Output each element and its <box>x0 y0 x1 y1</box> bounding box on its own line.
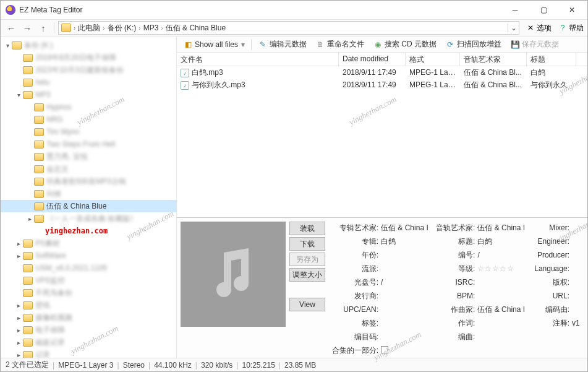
minimize-button[interactable]: ─ <box>501 1 529 19</box>
tree-label: 金志文 <box>46 164 69 175</box>
status-selection: 2 文件已选定 <box>6 360 49 370</box>
edit-metadata-button[interactable]: ✎编辑元数据 <box>254 37 310 51</box>
folder-icon <box>23 264 33 272</box>
tree-row[interactable]: ▸摄像机视频 <box>1 311 176 324</box>
view-button[interactable]: View <box>289 298 325 311</box>
tree-twisty[interactable]: ▸ <box>14 352 23 358</box>
meta-key: 标签: <box>329 318 381 329</box>
tree-row[interactable]: ▸记录 <box>1 348 176 358</box>
folder-icon <box>23 289 33 297</box>
tree-row[interactable]: VPS监控 <box>1 274 176 287</box>
tree-row[interactable]: NRG <box>1 113 176 126</box>
meta-value[interactable]: 伍佰 & China I <box>477 305 532 315</box>
rating-stars[interactable]: ☆☆☆☆☆ <box>477 264 514 273</box>
meta-value[interactable]: ☆☆☆☆☆ <box>477 264 532 273</box>
tree-row[interactable]: Tim Wynn <box>1 126 176 138</box>
crumb-current[interactable]: 伍佰 & China Blue <box>163 23 228 33</box>
meta-row: Producer: <box>532 249 584 261</box>
tree-row[interactable]: 经典老歌500首MP3合辑 <box>1 175 176 188</box>
file-list[interactable]: ♪白鸽.mp32018/9/11 17:49MPEG-1 Lay...伍佰 & … <box>177 66 587 217</box>
search-cd-button[interactable]: ◉搜索 CD 元数据 <box>369 37 440 51</box>
folder-tree[interactable]: ▾备份 (K:)2019年8月20日电子保障2023年10月3日建新组备份het… <box>1 37 177 358</box>
tree-row[interactable]: 2023年10月3日建新组备份 <box>1 64 176 76</box>
tree-row[interactable]: ▸《一人一首成名曲 收藏版》 <box>1 212 176 225</box>
col-date[interactable]: Date modified <box>339 53 406 66</box>
replaygain-button[interactable]: ⟳扫描回放增益 <box>441 37 505 51</box>
col-format[interactable]: 格式 <box>406 53 460 66</box>
tree-twisty[interactable]: ▾ <box>3 42 12 49</box>
meta-row: 编号:/ <box>435 249 532 261</box>
tree-row[interactable]: Hypnos <box>1 101 176 113</box>
back-button[interactable]: ← <box>4 21 18 35</box>
download-button[interactable]: 下载 <box>289 237 325 251</box>
album-art[interactable] <box>181 222 286 327</box>
load-button[interactable]: 装载 <box>289 222 325 235</box>
rename-button[interactable]: 🗎重命名文件 <box>312 37 368 51</box>
tree-row[interactable]: ▾备份 (K:) <box>1 39 176 51</box>
tree-row[interactable]: 不死鸟备份 <box>1 287 176 299</box>
meta-value[interactable]: 伍佰 & China I <box>381 223 435 233</box>
resize-button[interactable]: 调整大小 <box>289 268 325 282</box>
maximize-button[interactable]: ▢ <box>529 1 558 19</box>
options-link[interactable]: 选项 <box>537 23 552 33</box>
close-button[interactable]: ✕ <box>558 1 586 19</box>
tree-label: 贾乃亮, 安悦 <box>46 152 88 162</box>
meta-value[interactable]: / <box>381 278 435 287</box>
tree-row[interactable]: 贾乃亮, 安悦 <box>1 150 176 163</box>
meta-value[interactable] <box>381 346 435 355</box>
tree-row[interactable]: hetu <box>1 76 176 89</box>
tree-twisty[interactable]: ▸ <box>25 215 34 222</box>
save-metadata-button[interactable]: 💾保存元数据 <box>506 37 563 51</box>
tree-row[interactable]: ▸磁盘记录 <box>1 336 176 348</box>
breadcrumb[interactable]: › 此电脑› 备份 (K:)› MP3› 伍佰 & China Blue ⌄ <box>58 21 519 35</box>
tree-label: 2019年8月20日电子保障 <box>35 53 116 63</box>
crumb-root[interactable]: 此电脑 <box>75 23 103 33</box>
up-button[interactable]: ↑ <box>36 21 50 35</box>
file-row[interactable]: ♪白鸽.mp32018/9/11 17:49MPEG-1 Lay...伍佰 & … <box>177 66 587 79</box>
tree-row[interactable]: yinghezhan.com <box>1 225 176 237</box>
show-all-files-button[interactable]: ◧Show all files▾ <box>179 38 249 51</box>
meta-row: 发行商: <box>329 290 435 302</box>
col-title[interactable]: 标题 <box>527 53 576 66</box>
tree-twisty[interactable]: ▸ <box>14 302 23 309</box>
tree-row[interactable]: ▸SoftWare <box>1 249 176 262</box>
compilation-checkbox[interactable] <box>381 346 388 353</box>
meta-key: BPM: <box>435 292 478 300</box>
tree-label: Two Steps From Hell <box>46 140 115 149</box>
tree-twisty[interactable]: ▸ <box>14 253 23 259</box>
meta-value[interactable]: / <box>477 251 532 259</box>
tree-twisty[interactable]: ▸ <box>14 339 23 346</box>
col-filename[interactable]: 文件名 <box>177 53 339 66</box>
meta-key: URL: <box>532 292 572 300</box>
forward-button[interactable]: → <box>20 21 34 35</box>
meta-value[interactable]: 白鸽 <box>381 236 435 247</box>
tree-twisty[interactable]: ▸ <box>14 240 23 247</box>
tree-row[interactable]: ▸壁纸 <box>1 299 176 311</box>
breadcrumb-dropdown[interactable]: ⌄ <box>508 24 519 32</box>
tree-twisty[interactable]: ▾ <box>14 92 23 98</box>
tree-twisty[interactable]: ▸ <box>14 327 23 334</box>
tree-row[interactable]: 金志文 <box>1 163 176 175</box>
crumb-drive[interactable]: 备份 (K:) <box>105 23 139 33</box>
tree-row[interactable]: Two Steps From Hell <box>1 138 176 150</box>
tree-row[interactable]: ▸电子保障 <box>1 324 176 336</box>
tree-row[interactable]: 2019年8月20日电子保障 <box>1 51 176 64</box>
col-artist[interactable]: 音轨艺术家 <box>460 53 527 66</box>
meta-row: 等级:☆☆☆☆☆ <box>435 262 532 275</box>
meta-value[interactable]: v1 <box>572 319 584 327</box>
tree-twisty[interactable]: ▸ <box>14 314 23 321</box>
help-link[interactable]: 帮助 <box>569 23 584 33</box>
saveas-button[interactable]: 另存为 <box>289 253 325 266</box>
tree-row[interactable]: ▸PS素材 <box>1 237 176 249</box>
tree-row[interactable]: ▾MP3 <box>1 89 176 101</box>
meta-value[interactable]: 伍佰 & China I <box>477 223 532 233</box>
folder-icon <box>34 165 44 173</box>
status-bar: 2 文件已选定| MPEG-1 Layer 3| Stereo| 44.100 … <box>1 358 587 371</box>
tree-row[interactable]: 问候 <box>1 188 176 200</box>
meta-value[interactable]: 白鸽 <box>477 236 532 247</box>
file-row[interactable]: ♪与你到永久.mp32018/9/11 17:49MPEG-1 Lay...伍佰… <box>177 79 587 91</box>
folder-icon <box>23 326 33 334</box>
crumb-folder[interactable]: MP3 <box>141 24 161 32</box>
tree-row[interactable]: 伍佰 & China Blue <box>1 200 176 212</box>
tree-row[interactable]: USM_v6.0.2021.1105 <box>1 262 176 274</box>
